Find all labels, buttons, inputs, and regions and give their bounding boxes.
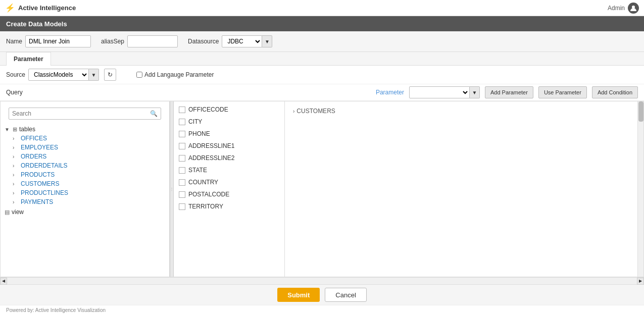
datasource-select[interactable]: JDBC	[222, 35, 262, 47]
field-item-territory[interactable]: TERRITORY	[174, 200, 284, 213]
offices-label: OFFICES	[21, 135, 47, 142]
field-name-city: CITY	[188, 118, 202, 125]
add-parameter-button[interactable]: Add Parameter	[485, 86, 533, 98]
source-field-wrap: Source ClassicModels ▼ ↻	[6, 69, 116, 81]
tree-item-orderdetails[interactable]: › ORDERDETAILS	[9, 161, 169, 170]
field-name-addressline1: ADDRESSLINE1	[188, 142, 234, 149]
tree-item-employees[interactable]: › EMPLOYEES	[9, 143, 169, 152]
topbar-right: Admin	[608, 3, 639, 14]
field-checkbox-addressline1[interactable]	[179, 143, 185, 149]
scroll-right-button[interactable]: ▶	[637, 278, 644, 285]
field-checkbox-state[interactable]	[179, 167, 185, 174]
topbar-left: ⚡ Active Intelligence	[5, 3, 76, 13]
tree-item-offices[interactable]: › OFFICES	[9, 134, 169, 143]
field-checkbox-territory[interactable]	[179, 203, 185, 210]
tree-item-orders[interactable]: › ORDERS	[9, 152, 169, 161]
field-item-city[interactable]: CITY	[174, 116, 284, 128]
query-label: Query	[6, 89, 23, 96]
user-label: Admin	[608, 5, 625, 12]
param-select[interactable]	[409, 86, 470, 98]
refresh-button[interactable]: ↻	[104, 69, 116, 81]
logo-icon: ⚡	[5, 3, 15, 13]
name-field-wrap: Name	[6, 35, 91, 47]
page-title-bar: Create Data Models	[0, 16, 644, 31]
scrollbar-thumb[interactable]	[638, 101, 643, 122]
tree-children: › OFFICES › EMPLOYEES › ORDERS	[1, 134, 169, 206]
panels-wrapper: 🔍 ▼ ⊞ tables › OFFICES	[0, 101, 644, 277]
qb-customers-node[interactable]: › CUSTOMERS	[289, 106, 633, 117]
page-title: Create Data Models	[6, 20, 67, 28]
datasource-label: Datasource	[188, 38, 219, 45]
query-builder-panel: › CUSTOMERS	[285, 101, 637, 277]
avatar	[628, 3, 639, 14]
param-select-wrap: ▼	[409, 86, 480, 98]
field-name-postalcode: POSTALCODE	[188, 191, 229, 198]
tree-item-productlines[interactable]: › PRODUCTLINES	[9, 188, 169, 197]
root-expand-icon: ⊞	[13, 126, 17, 133]
source-select-arrow[interactable]: ▼	[89, 69, 99, 81]
field-checkbox-phone[interactable]	[179, 131, 185, 137]
source-select[interactable]: ClassicModels	[28, 69, 89, 81]
field-item-country[interactable]: COUNTRY	[174, 176, 284, 188]
field-checkbox-country[interactable]	[179, 179, 185, 186]
source-row: Source ClassicModels ▼ ↻ Add Langauge Pa…	[0, 66, 644, 84]
lang-param-wrap: Add Langauge Parameter	[136, 71, 214, 78]
search-input-wrap: 🔍	[9, 108, 161, 120]
alias-sep-field-wrap: aliasSep	[101, 35, 178, 47]
tree-root: ▼ ⊞ tables › OFFICES › EMPLOYEES	[1, 124, 169, 207]
footer: Submit Cancel	[0, 284, 644, 305]
payments-arrow: ›	[13, 199, 19, 205]
field-item-addressline2[interactable]: ADDRESSLINE2	[174, 152, 284, 164]
tab-parameter[interactable]: Parameter	[6, 52, 51, 66]
field-checkbox-postalcode[interactable]	[179, 191, 185, 198]
use-parameter-button[interactable]: Use Parameter	[538, 86, 587, 98]
field-name-country: COUNTRY	[188, 179, 218, 186]
field-item-addressline1[interactable]: ADDRESSLINE1	[174, 140, 284, 152]
search-input[interactable]	[12, 110, 150, 117]
datasource-select-arrow[interactable]: ▼	[262, 35, 272, 47]
field-item-postalcode[interactable]: POSTALCODE	[174, 188, 284, 200]
vertical-scrollbar[interactable]	[637, 101, 643, 277]
qb-customers-label: CUSTOMERS	[296, 108, 335, 115]
field-item-officecode[interactable]: OFFICECODE	[174, 103, 284, 116]
alias-sep-input[interactable]	[127, 35, 178, 47]
orders-label: ORDERS	[21, 153, 46, 160]
field-name-officecode: OFFICECODE	[188, 106, 228, 113]
orderdetails-label: ORDERDETAILS	[21, 162, 67, 169]
productlines-label: PRODUCTLINES	[21, 189, 68, 196]
tree-item-products[interactable]: › PRODUCTS	[9, 170, 169, 179]
panel-divider[interactable]: ⋮	[170, 101, 174, 277]
tree-item-customers[interactable]: › CUSTOMERS	[9, 179, 169, 188]
scroll-track[interactable]	[7, 278, 637, 284]
search-icon: 🔍	[150, 110, 158, 117]
qb-customers-arrow: ›	[293, 109, 294, 114]
cancel-button[interactable]: Cancel	[325, 288, 366, 302]
lang-param-checkbox[interactable]	[136, 72, 142, 78]
search-box: 🔍	[5, 106, 165, 122]
tree-item-payments[interactable]: › PAYMENTS	[9, 197, 169, 206]
productlines-arrow: ›	[13, 190, 19, 196]
parameter-label: Parameter	[376, 89, 404, 96]
view-icon: ▤	[5, 209, 10, 216]
scroll-left-button[interactable]: ◀	[0, 278, 7, 285]
tree-root-label[interactable]: ▼ ⊞ tables	[1, 125, 169, 134]
param-select-arrow[interactable]: ▼	[470, 86, 480, 98]
field-checkbox-city[interactable]	[179, 119, 185, 125]
submit-button[interactable]: Submit	[277, 288, 320, 302]
form-row: Name aliasSep Datasource JDBC ▼	[0, 31, 644, 52]
root-collapse-arrow: ▼	[5, 127, 11, 132]
tree-view-label[interactable]: ▤ view	[1, 207, 169, 217]
field-item-state[interactable]: STATE	[174, 164, 284, 176]
add-condition-button[interactable]: Add Condition	[592, 86, 638, 98]
payments-label: PAYMENTS	[21, 198, 53, 205]
customers-label: CUSTOMERS	[21, 180, 59, 187]
datasource-field-wrap: Datasource JDBC ▼	[188, 35, 272, 47]
powered-by: Powered by: Active Intelligence Visualiz…	[0, 305, 644, 315]
field-checkbox-addressline2[interactable]	[179, 155, 185, 162]
app-title: Active Intelligence	[18, 4, 76, 12]
app-container: ⚡ Active Intelligence Admin Create Data …	[0, 0, 644, 315]
field-item-phone[interactable]: PHONE	[174, 128, 284, 140]
field-checkbox-officecode[interactable]	[179, 107, 185, 113]
name-input[interactable]	[25, 35, 91, 47]
topbar: ⚡ Active Intelligence Admin	[0, 0, 644, 16]
